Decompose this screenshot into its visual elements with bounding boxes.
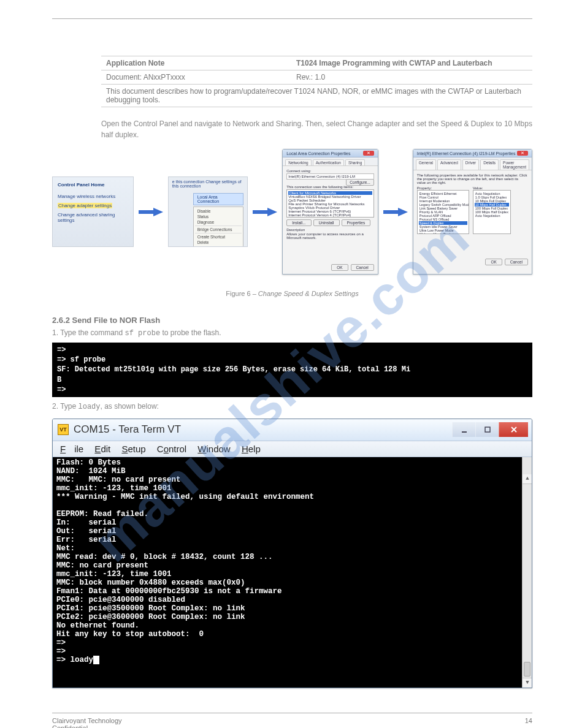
rev-value: 1.0 — [315, 73, 325, 82]
figure-6-caption: Figure 6 – Change Speed & Duplex Setting… — [52, 290, 532, 297]
step2-prefix: 2. Type — [52, 402, 78, 411]
summary-text: This document describes how to program/u… — [106, 87, 527, 104]
dialog-title: Local Area Connection Properties — [286, 151, 350, 156]
step1-prefix: 1. Type the command — [52, 328, 125, 337]
step1-suffix: to probe the flash. — [160, 328, 221, 337]
cp-wireless-link[interactable]: Manage wireless networks — [58, 194, 128, 199]
doc-cell: Document: ANxxPTxxxx — [106, 73, 296, 82]
intro-paragraph: Open the Control Panel and navigate to N… — [52, 118, 532, 140]
tab-driver[interactable]: Driver — [462, 159, 479, 170]
tera-term-terminal[interactable]: Flash: 0 Bytes NAND: 1024 MiB MMC: MMC: … — [53, 457, 532, 688]
scroll-thumb[interactable] — [524, 662, 530, 677]
terminal-cursor — [93, 656, 99, 664]
control-panel-snippet: Control Panel Home Manage wireless netwo… — [52, 176, 134, 247]
item-properties-button[interactable]: Properties — [342, 219, 371, 226]
value-listbox[interactable]: Auto Negotiation 1.0 Gbps Full Duplex 10… — [473, 190, 511, 234]
description-text: Allows your computer to access resources… — [286, 232, 374, 240]
step1-command: sf probe — [125, 329, 161, 338]
dialog-tabs: Networking Authentication Sharing — [283, 157, 378, 166]
menu-window[interactable]: Window — [197, 444, 230, 454]
rev-prefix: Rev.: — [296, 73, 315, 82]
step-2: 2. Type loady, as shown below: — [52, 402, 532, 411]
ctx-diagnose[interactable]: Diagnose — [194, 219, 243, 225]
step2-suffix: , as shown below: — [101, 402, 159, 411]
ok-button[interactable]: OK — [331, 264, 348, 271]
minimize-button[interactable] — [452, 422, 475, 437]
tab-sharing[interactable]: Sharing — [345, 159, 365, 165]
menu-edit[interactable]: Edit — [94, 444, 110, 454]
doc-header-table: Application Note T1024 Image Programming… — [52, 56, 532, 107]
lac-properties-dialog: Local Area Connection Properties ✕ Netwo… — [282, 149, 378, 275]
tab-advanced[interactable]: Advanced — [437, 159, 461, 170]
cancel-button[interactable]: Cancel — [505, 259, 528, 265]
menu-help[interactable]: Help — [242, 444, 261, 454]
arrow-icon-3 — [383, 208, 408, 216]
scroll-down-icon[interactable]: ▼ — [523, 678, 532, 688]
tab-details[interactable]: Details — [480, 159, 499, 170]
svg-marker-0 — [139, 208, 163, 216]
terminal-output-sf-probe: => => sf probe SF: Detected mt25tl01g wi… — [52, 343, 532, 397]
items-listbox[interactable]: Client for Microsoft Networks VirtualBox… — [286, 189, 374, 218]
scroll-up-icon[interactable]: ▲ — [523, 474, 532, 484]
advanced-desc: The following properties are available f… — [417, 173, 528, 184]
menu-setup[interactable]: Setup — [121, 444, 145, 454]
caption-italic: Change Speed & Duplex Settings — [258, 290, 359, 297]
table-header-row: Application Note T1024 Image Programming… — [101, 56, 532, 70]
footer-company: Clairvoyant Technology — [52, 717, 122, 724]
svg-rect-4 — [485, 427, 490, 432]
ctx-rename[interactable]: Rename — [194, 245, 243, 247]
svg-marker-1 — [253, 208, 277, 216]
list-item[interactable]: Auto Negotiation — [475, 214, 509, 218]
ctx-bridge[interactable]: Bridge Connections — [194, 227, 243, 232]
list-item[interactable]: Wake on Magic Packet — [419, 232, 467, 234]
ctx-shortcut[interactable]: Create Shortcut — [194, 234, 243, 240]
close-icon[interactable]: ✕ — [363, 151, 374, 156]
tera-term-window: VT COM15 - Tera Term VT File Edit Setup … — [52, 419, 532, 688]
step2-command: loady — [78, 403, 100, 411]
ctx-delete[interactable]: Delete — [194, 240, 243, 245]
tab-power[interactable]: Power Management — [500, 159, 529, 170]
ctx-separator — [195, 226, 242, 226]
scrollbar[interactable]: ▲ ▼ — [522, 457, 532, 688]
section-2-6-2-title: 2.6.2 Send File to NOR Flash — [52, 316, 532, 325]
cp-adapter-highlight: Change adapter settings — [58, 203, 112, 208]
doc-prefix: Document: — [106, 73, 144, 82]
adapter-context-menu: e this connection Change settings of thi… — [168, 176, 248, 247]
tera-term-titlebar: VT COM15 - Tera Term VT — [53, 419, 532, 441]
dialog-titlebar: Local Area Connection Properties ✕ — [283, 150, 378, 157]
tab-authentication[interactable]: Authentication — [313, 159, 344, 165]
menu-file[interactable]: File — [60, 444, 83, 454]
terminal-text: Flash: 0 Bytes NAND: 1024 MiB MMC: MMC: … — [56, 458, 314, 664]
svg-marker-2 — [383, 208, 408, 216]
dialog-titlebar: Intel(R) Ethernet Connection (4) I219-LM… — [413, 150, 532, 157]
tab-networking[interactable]: Networking — [285, 159, 312, 165]
caption-prefix: Figure 6 – — [226, 290, 258, 297]
menu-control[interactable]: Control — [157, 444, 186, 454]
property-listbox[interactable]: Energy Efficient Ethernet Flow Control I… — [417, 190, 469, 234]
dialog-tabs: General Advanced Driver Details Power Ma… — [413, 157, 532, 170]
tab-general[interactable]: General — [416, 159, 436, 170]
rev-cell: Rev.: 1.0 — [296, 73, 527, 82]
doc-number: ANxxPTxxxx — [144, 73, 185, 82]
uninstall-button[interactable]: Uninstall — [313, 219, 340, 226]
cp-adapter-link[interactable]: Change adapter settings — [58, 203, 128, 208]
install-button[interactable]: Install... — [286, 219, 311, 226]
close-button[interactable] — [499, 422, 528, 437]
maximize-button[interactable] — [475, 422, 499, 437]
svg-rect-3 — [462, 431, 467, 433]
ok-button[interactable]: OK — [485, 259, 502, 265]
adapter-advanced-dialog: Intel(R) Ethernet Connection (4) I219-LM… — [413, 149, 532, 275]
cp-sharing-link[interactable]: Change advanced sharing settings — [58, 212, 128, 223]
cancel-button[interactable]: Cancel — [351, 264, 374, 271]
ctx-disable[interactable]: Disable — [194, 208, 243, 214]
close-icon[interactable]: ✕ — [517, 151, 528, 156]
teraterm-icon: VT — [58, 424, 69, 435]
page-number: 14 — [525, 717, 532, 728]
step-1: 1. Type the command sf probe to probe th… — [52, 328, 532, 338]
ctx-status[interactable]: Status — [194, 214, 243, 219]
figure-6: Control Panel Home Manage wireless netwo… — [52, 149, 532, 275]
local-area-connection[interactable]: Local Area Connection — [193, 193, 244, 205]
dialog-title: Intel(R) Ethernet Connection (4) I219-LM… — [417, 151, 516, 156]
arrow-icon-2 — [253, 208, 277, 216]
list-item[interactable]: Internet Protocol Version 4 (TCP/IPv4) — [288, 213, 372, 217]
